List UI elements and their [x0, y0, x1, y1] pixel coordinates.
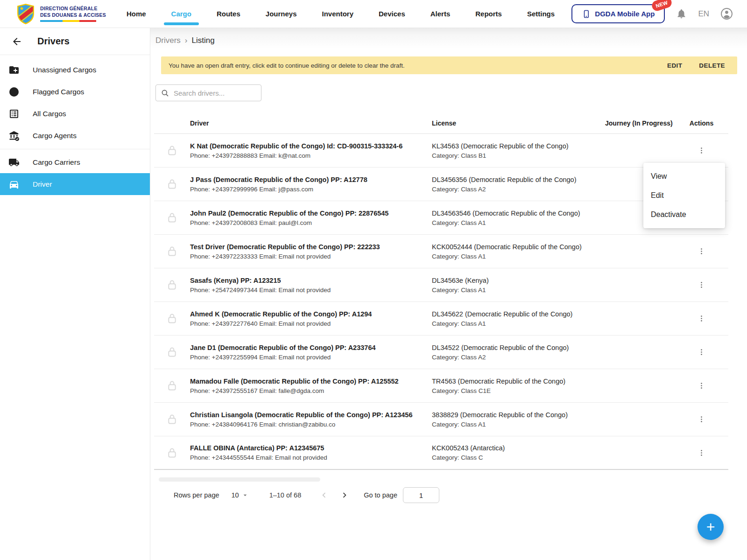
nav-item-routes[interactable]: Routes: [217, 0, 240, 28]
column-header-actions: Actions: [675, 119, 728, 127]
row-actions-button[interactable]: [695, 446, 708, 460]
back-arrow-icon: [11, 36, 22, 47]
column-header-driver: Driver: [190, 119, 432, 127]
driver-contact: Phone: +243972277640 Email: Email not pr…: [190, 320, 432, 327]
license-cell: KCK005243 (Antarctica) Category: Class C: [432, 444, 602, 461]
table-row: J Pass (Democratic Republic of the Congo…: [154, 168, 728, 201]
row-lock-cell: [154, 413, 190, 426]
primary-nav: Home Cargo Routes Journeys Inventory Dev…: [127, 0, 555, 28]
sidebar-item-label: All Cargos: [33, 110, 66, 118]
sidebar-item-label: Cargo Agents: [33, 132, 77, 140]
kebab-menu-icon: [698, 315, 705, 322]
horizontal-scrollbar-thumb[interactable]: [159, 477, 320, 482]
notifications-button[interactable]: [676, 8, 687, 19]
license-number: DL34563546 (Democratic Republic of the C…: [432, 210, 602, 217]
go-to-page-input[interactable]: [403, 487, 439, 503]
row-actions-button[interactable]: [695, 278, 708, 292]
license-category: Category: Class A1: [432, 287, 602, 294]
draft-banner: You have an open draft entry, click edit…: [161, 56, 737, 74]
list-icon: [8, 108, 20, 119]
table-row: FALLE OBINA (Antarctica) PP: A12345675 P…: [154, 436, 728, 470]
lock-icon: [166, 211, 178, 224]
table-row: John Paul2 (Democratic Republic of the C…: [154, 201, 728, 235]
license-cell: DL34563e (Kenya) Category: Class A1: [432, 277, 602, 294]
flag-circle-icon: [8, 86, 20, 98]
driver-name: Jane D1 (Democratic Republic of the Cong…: [190, 344, 432, 351]
row-actions-button[interactable]: [695, 144, 708, 157]
mobile-app-button[interactable]: DGDA Mobile App NEW: [571, 4, 665, 23]
sidebar-item-all-cargos[interactable]: All Cargos: [0, 103, 150, 125]
license-number: 3838829 (Democratic Republic of the Cong…: [432, 411, 602, 419]
go-to-page-label: Go to page: [364, 491, 397, 499]
driver-name: Mamadou Falle (Democratic Republic of th…: [190, 378, 432, 385]
row-actions-button[interactable]: [695, 245, 708, 258]
row-lock-cell: [154, 245, 190, 258]
sidebar: Drivers Unassigned Cargos Flagged Cargos…: [0, 28, 150, 560]
account-button[interactable]: [720, 7, 733, 20]
menu-item-deactivate[interactable]: Deactivate: [643, 205, 725, 224]
sidebar-item-cargo-carriers[interactable]: Cargo Carriers: [0, 151, 150, 173]
pagination-range: 1–10 of 68: [269, 491, 302, 499]
language-selector[interactable]: EN: [698, 9, 709, 19]
nav-item-inventory[interactable]: Inventory: [322, 0, 354, 28]
kebab-menu-icon: [698, 281, 705, 289]
chevron-right-icon: [339, 490, 350, 500]
avatar-icon: [720, 7, 733, 20]
rows-per-page-select[interactable]: 10: [232, 491, 249, 499]
breadcrumb-parent[interactable]: Drivers: [155, 36, 181, 45]
add-driver-fab[interactable]: +: [698, 514, 724, 540]
license-number: DL345622 (Democratic Republic of the Con…: [432, 310, 602, 318]
driver-name: John Paul2 (Democratic Republic of the C…: [190, 210, 432, 217]
brand-logo[interactable]: DIRECTION GÉNÉRALE DES DOUANES & ACCISES: [0, 3, 106, 25]
main-content: Drivers › Listing You have an open draft…: [150, 28, 747, 560]
driver-name: Sasafs (Kenya) PP: A123215: [190, 277, 432, 284]
sidebar-item-cargo-agents[interactable]: Cargo Agents: [0, 125, 150, 147]
nav-item-reports[interactable]: Reports: [475, 0, 502, 28]
search-input[interactable]: [174, 89, 256, 97]
nav-item-home[interactable]: Home: [127, 0, 146, 28]
sidebar-item-flagged-cargos[interactable]: Flagged Cargos: [0, 81, 150, 103]
menu-item-edit[interactable]: Edit: [643, 186, 725, 205]
row-actions-button[interactable]: [695, 413, 708, 426]
lock-icon: [166, 144, 178, 157]
license-cell: DL34522 (Democratic Republic of the Cong…: [432, 344, 602, 361]
driver-cell: J Pass (Democratic Republic of the Congo…: [190, 176, 432, 193]
row-actions-button[interactable]: [695, 345, 708, 359]
nav-item-cargo[interactable]: Cargo: [171, 0, 191, 28]
sidebar-item-unassigned-cargos[interactable]: Unassigned Cargos: [0, 59, 150, 81]
actions-cell: [675, 312, 728, 325]
table-row: Test Driver (Democratic Republic of the …: [154, 235, 728, 268]
license-cell: 3838829 (Democratic Republic of the Cong…: [432, 411, 602, 428]
row-actions-button[interactable]: [695, 379, 708, 392]
top-header: DIRECTION GÉNÉRALE DES DOUANES & ACCISES…: [0, 0, 747, 28]
column-header-license: License: [432, 119, 602, 127]
draft-edit-button[interactable]: EDIT: [667, 62, 682, 69]
license-category: Category: Class C1E: [432, 387, 602, 394]
row-actions-button[interactable]: [695, 312, 708, 325]
driver-contact: Phone: +243972888883 Email: k@nat.com: [190, 152, 432, 159]
drivers-table: Driver License Journey (In Progress) Act…: [154, 112, 728, 470]
sidebar-item-driver[interactable]: Driver: [0, 173, 150, 195]
draft-delete-button[interactable]: DELETE: [699, 62, 725, 69]
driver-name: Christian Lisangola (Democratic Republic…: [190, 411, 432, 419]
nav-item-devices[interactable]: Devices: [379, 0, 405, 28]
nav-item-alerts[interactable]: Alerts: [430, 0, 451, 28]
sidebar-item-label: Driver: [33, 180, 52, 189]
row-lock-cell: [154, 447, 190, 459]
sidebar-list: Unassigned Cargos Flagged Cargos All Car…: [0, 55, 150, 195]
truck-icon: [8, 157, 20, 168]
nav-item-settings[interactable]: Settings: [527, 0, 555, 28]
mobile-app-label: DGDA Mobile App: [595, 10, 655, 18]
brand-line-2: DES DOUANES & ACCISES: [40, 12, 106, 18]
license-cell: DL34563546 (Democratic Republic of the C…: [432, 210, 602, 226]
back-button[interactable]: [11, 36, 22, 47]
menu-item-view[interactable]: View: [643, 167, 725, 186]
driver-contact: Phone: +243972008083 Email: paul@l.com: [190, 219, 432, 226]
kebab-menu-icon: [698, 382, 705, 390]
previous-page-button[interactable]: [318, 489, 330, 501]
sidebar-title: Drivers: [37, 36, 70, 47]
driver-name: Ahmed K (Democratic Republic of the Cong…: [190, 310, 432, 318]
row-lock-cell: [154, 346, 190, 358]
nav-item-journeys[interactable]: Journeys: [266, 0, 297, 28]
next-page-button[interactable]: [338, 489, 351, 501]
